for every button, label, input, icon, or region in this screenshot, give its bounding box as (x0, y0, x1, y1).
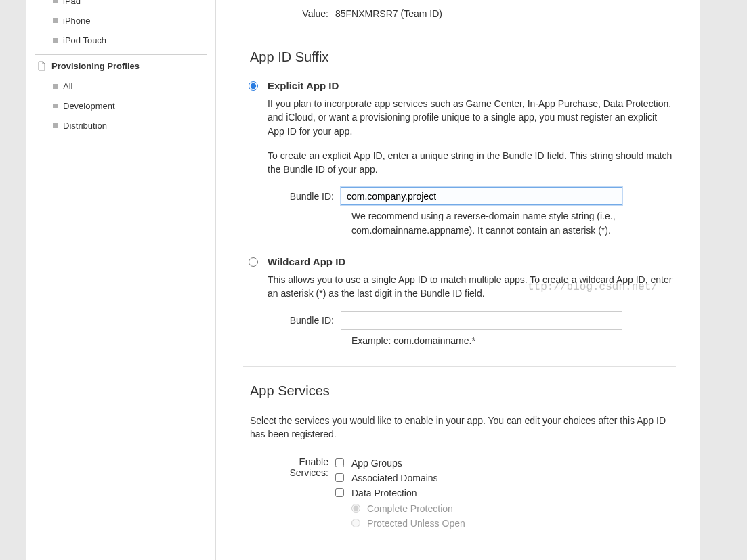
section-title-services: App Services (250, 383, 676, 399)
bullet-icon (53, 84, 58, 89)
document-icon (37, 60, 46, 71)
bullet-icon (53, 123, 58, 128)
bundle-id-input-wildcard[interactable] (341, 311, 622, 330)
divider (243, 33, 676, 33)
dp-complete-radio[interactable] (351, 504, 360, 513)
bullet-icon (53, 104, 58, 108)
sidebar-item-all[interactable]: All (35, 77, 207, 96)
wildcard-app-id-block: Wildcard App ID This allows you to use a… (249, 256, 676, 347)
explicit-app-id-radio[interactable] (249, 81, 258, 91)
data-protection-sub-options: Complete Protection Protected Unless Ope… (351, 501, 676, 531)
bundle-id-label-wildcard: Bundle ID: (268, 315, 341, 326)
explicit-app-id-label: Explicit App ID (268, 80, 339, 91)
enable-services-label: Enable Services: (262, 456, 335, 531)
prefix-value-row: Value: 85FNXMRSR7 (Team ID) (286, 0, 676, 33)
service-data-protection-checkbox[interactable] (335, 488, 344, 497)
services-list: App Groups Associated Domains Data Prote… (335, 456, 676, 531)
bullet-icon (53, 0, 58, 3)
sidebar: iPad iPhone iPod Touch Provisioning Prof… (26, 0, 216, 560)
explicit-desc-1: If you plan to incorporate app services … (268, 97, 676, 138)
sidebar-header-label: Provisioning Profiles (51, 61, 140, 71)
service-label: App Groups (351, 458, 402, 469)
wildcard-app-id-radio[interactable] (249, 257, 258, 267)
sidebar-item-ipod-touch[interactable]: iPod Touch (35, 30, 207, 50)
sidebar-item-label: Distribution (63, 121, 107, 131)
section-title-suffix: App ID Suffix (250, 49, 676, 65)
bundle-id-hint-wildcard: Example: com.domainname.* (351, 334, 663, 347)
sidebar-header-provisioning[interactable]: Provisioning Profiles (35, 54, 207, 77)
value-text: 85FNXMRSR7 (Team ID) (335, 8, 442, 19)
sidebar-item-label: iPhone (63, 16, 90, 26)
sidebar-item-distribution[interactable]: Distribution (35, 116, 207, 135)
dp-option-label: Protected Unless Open (367, 518, 465, 529)
bundle-id-label-explicit: Bundle ID: (268, 191, 341, 202)
service-label: Data Protection (351, 488, 417, 498)
sidebar-item-ipad[interactable]: iPad (35, 0, 207, 11)
bundle-id-input-explicit[interactable] (341, 187, 622, 205)
sidebar-item-iphone[interactable]: iPhone (35, 11, 207, 30)
sidebar-item-label: Development (63, 101, 115, 111)
bullet-icon (53, 38, 58, 43)
explicit-desc-2: To create an explicit App ID, enter a un… (268, 149, 676, 177)
wildcard-app-id-label: Wildcard App ID (268, 256, 345, 267)
sidebar-item-label: iPad (63, 0, 81, 6)
explicit-app-id-block: Explicit App ID If you plan to incorpora… (249, 80, 676, 237)
content-area: ttp://blog.csdn.net/ Value: 85FNXMRSR7 (… (216, 0, 700, 560)
bullet-icon (53, 18, 58, 23)
sidebar-item-label: iPod Touch (63, 35, 106, 45)
sidebar-item-label: All (63, 81, 72, 91)
divider (243, 366, 676, 367)
bundle-id-hint-explicit: We recommend using a reverse-domain name… (351, 209, 663, 237)
value-label: Value: (286, 8, 335, 19)
section-desc-services: Select the services you would like to en… (250, 414, 676, 441)
service-app-groups-checkbox[interactable] (335, 458, 344, 467)
sidebar-item-development[interactable]: Development (35, 96, 207, 116)
dp-option-label: Complete Protection (367, 503, 453, 514)
dp-protected-unless-open-radio[interactable] (351, 519, 360, 527)
right-gutter (700, 0, 747, 560)
service-associated-domains-checkbox[interactable] (335, 473, 344, 482)
wildcard-desc: This allows you to use a single App ID t… (268, 273, 676, 301)
service-label: Associated Domains (351, 473, 438, 483)
